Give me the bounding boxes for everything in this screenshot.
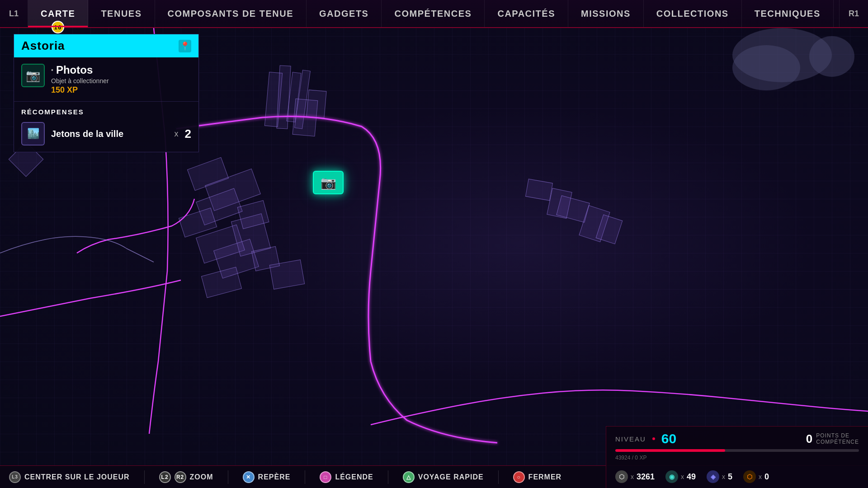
currency-prefix-3: x <box>722 473 725 480</box>
xp-bar <box>615 449 859 452</box>
camera-map-marker[interactable]: 📷 <box>313 171 344 194</box>
tab-collections[interactable]: COLLECTIONS <box>644 0 742 27</box>
tree-cluster <box>809 36 854 77</box>
tab-tenues[interactable]: TENUES <box>88 0 155 27</box>
currency-teal-icon: ◉ <box>665 470 678 483</box>
hint-separator-4 <box>388 470 388 484</box>
hint-center-player: L3 CENTRER SUR LE JOUEUR <box>9 471 130 483</box>
collectible-xp: 150 XP <box>51 85 109 95</box>
controller-hint-l1: L1 <box>0 0 28 27</box>
collectible-info: • Photos Objet à collectionner 150 XP <box>51 64 109 95</box>
btn-l3: L3 <box>9 471 21 483</box>
reward-name: Jetons de la ville <box>51 129 168 139</box>
tower-wireframe <box>306 89 326 118</box>
collectible-row: 📷 • Photos Objet à collectionner 150 XP <box>21 64 191 95</box>
tab-gadgets[interactable]: GADGETS <box>307 0 382 27</box>
nivel-dot <box>652 437 655 440</box>
reward-icon: 🏙️ <box>21 122 45 145</box>
hint-label-zoom: ZOOM <box>190 473 213 481</box>
btn-r2: R2 <box>175 471 186 483</box>
currency-teal: ◉ x 49 <box>665 470 696 483</box>
hint-separator-3 <box>305 470 305 484</box>
nivel-label: NIVEAU <box>615 435 646 443</box>
hint-fermer: ○ FERMER <box>513 471 562 483</box>
currency-bar: ⬡ x 3261 ◉ x 49 ◈ x 5 ⬡ x 0 <box>606 465 868 488</box>
tab-carte[interactable]: CARTE 16 <box>28 0 88 27</box>
currency-count-tokens: 3261 <box>637 472 655 482</box>
currency-prefix-2: x <box>681 473 684 480</box>
points-section: 0 POINTS DECOMPÉTENCE <box>806 432 859 446</box>
points-label: POINTS DECOMPÉTENCE <box>816 432 859 446</box>
hint-legende: □ LÉGENDE <box>320 471 373 483</box>
currency-purple: ◈ x 5 <box>707 470 732 483</box>
location-content: 📷 • Photos Objet à collectionner 150 XP <box>14 57 198 102</box>
rewards-title: RÉCOMPENSES <box>21 108 191 116</box>
currency-prefix-4: x <box>759 473 762 480</box>
nivel-number: 60 <box>661 431 676 446</box>
collectible-bullet: • <box>51 66 53 74</box>
camera-icon: 📷 <box>321 175 336 190</box>
level-badge: 16 <box>52 21 64 33</box>
location-title: Astoria <box>21 39 65 53</box>
tab-capacites[interactable]: CAPACITÉS <box>485 0 568 27</box>
hint-label-voyage: VOYAGE RAPIDE <box>418 473 484 481</box>
currency-count-purple: 5 <box>728 472 732 482</box>
reward-multiplier: 2 <box>185 127 191 141</box>
tree-cluster <box>732 45 800 90</box>
hint-label-legende: LÉGENDE <box>335 473 373 481</box>
btn-l2: L2 <box>159 471 171 483</box>
currency-orange-icon: ⬡ <box>743 470 756 483</box>
location-pin-icon: 📍 <box>179 40 191 52</box>
currency-token-icon: ⬡ <box>615 470 628 483</box>
points-value: 0 <box>806 432 812 446</box>
hint-label-center: CENTRER SUR LE JOUEUR <box>24 473 130 481</box>
hint-label-repere: REPÈRE <box>258 473 291 481</box>
tab-techniques[interactable]: TECHNIQUES <box>742 0 834 27</box>
hint-label-fermer: FERMER <box>528 473 562 481</box>
currency-prefix-1: x <box>631 473 634 480</box>
currency-purple-icon: ◈ <box>707 470 719 483</box>
xp-label: 43924 / 0 XP <box>615 455 859 461</box>
collectible-name: Photos <box>56 64 93 76</box>
location-panel: Astoria 📍 📷 • Photos Objet à collectionn… <box>14 34 199 152</box>
top-navigation: L1 CARTE 16 TENUES COMPOSANTS DE TENUE G… <box>0 0 868 28</box>
currency-orange: ⬡ x 0 <box>743 470 769 483</box>
reward-multiplier-prefix: x <box>175 129 179 139</box>
level-row: NIVEAU 60 0 POINTS DECOMPÉTENCE <box>615 431 859 446</box>
tab-composants[interactable]: COMPOSANTS DE TENUE <box>155 0 307 27</box>
tab-competences[interactable]: COMPÉTENCES <box>382 0 485 27</box>
rewards-section: RÉCOMPENSES 🏙️ Jetons de la ville x 2 <box>14 102 198 152</box>
level-bar: NIVEAU 60 0 POINTS DECOMPÉTENCE 43924 / … <box>606 426 868 465</box>
btn-triangle: △ <box>403 471 415 483</box>
location-header: Astoria 📍 <box>14 34 198 57</box>
reward-row: 🏙️ Jetons de la ville x 2 <box>21 122 191 145</box>
btn-x: ✕ <box>243 471 255 483</box>
collectible-icon: 📷 <box>21 64 45 87</box>
currency-tokens: ⬡ x 3261 <box>615 470 655 483</box>
hint-separator <box>144 470 145 484</box>
bottom-right-stats: NIVEAU 60 0 POINTS DECOMPÉTENCE 43924 / … <box>606 426 868 488</box>
xp-bar-fill <box>615 449 725 452</box>
currency-count-orange: 0 <box>764 472 769 482</box>
hint-zoom: L2 R2 ZOOM <box>159 471 213 483</box>
hint-voyage: △ VOYAGE RAPIDE <box>403 471 484 483</box>
btn-square: □ <box>320 471 331 483</box>
controller-hint-r1: R1 <box>839 0 868 27</box>
hint-separator-2 <box>228 470 228 484</box>
hint-separator-5 <box>498 470 499 484</box>
hint-repere: ✕ REPÈRE <box>243 471 291 483</box>
tab-missions[interactable]: MISSIONS <box>568 0 644 27</box>
btn-circle-o: ○ <box>513 471 525 483</box>
currency-count-teal: 49 <box>687 472 696 482</box>
collectible-type: Objet à collectionner <box>51 77 109 84</box>
